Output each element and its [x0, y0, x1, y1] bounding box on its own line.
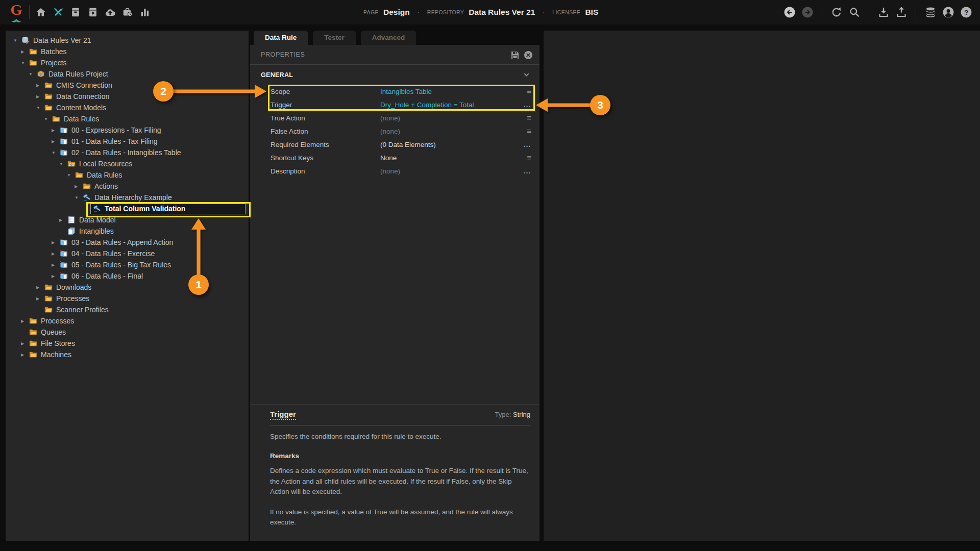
property-value[interactable]: (0 Data Elements)	[380, 141, 517, 148]
home-icon[interactable]	[34, 5, 47, 20]
tree-item-data-rules-project[interactable]: ▼Data Rules Project	[10, 68, 249, 80]
search-icon[interactable]	[848, 6, 861, 19]
forward-icon[interactable]	[801, 6, 814, 19]
tools-icon[interactable]	[51, 5, 65, 20]
property-row-description[interactable]: Description(none)…	[250, 164, 540, 178]
expander-closed-icon[interactable]: ▶	[52, 252, 60, 256]
ellipsis-icon[interactable]: …	[517, 167, 540, 175]
menu-icon[interactable]: ≡	[517, 154, 540, 162]
tree-item-02-data-rules-intangibles-table[interactable]: ▼02 - Data Rules - Intangibles Table	[10, 147, 249, 158]
expander-open-icon[interactable]: ▼	[67, 173, 75, 178]
tree-item-intangibles[interactable]: Intangibles	[10, 226, 249, 237]
menu-icon[interactable]: ≡	[517, 128, 540, 135]
tree-item-actions[interactable]: ▶Actions	[10, 181, 249, 192]
expander-closed-icon[interactable]: ▶	[52, 263, 60, 267]
menu-icon[interactable]: ≡	[517, 88, 540, 95]
tasks-icon[interactable]	[86, 5, 100, 20]
expander-closed-icon[interactable]: ▶	[75, 184, 83, 189]
tree-item-scanner-profiles[interactable]: Scanner Profiles	[10, 304, 249, 315]
tree-item-content-models[interactable]: ▼Content Models	[10, 102, 249, 113]
property-value[interactable]: (none)	[380, 114, 517, 122]
tab-advanced[interactable]: Advanced	[361, 31, 416, 45]
tree-item-queues[interactable]: Queues	[10, 327, 249, 338]
ellipsis-icon[interactable]: …	[517, 101, 540, 109]
tree-item-data-hierarchy-example[interactable]: ▼Data Hierarchy Example	[10, 192, 249, 203]
expander-closed-icon[interactable]: ▶	[52, 274, 60, 279]
expander-closed-icon[interactable]: ▶	[59, 218, 67, 222]
tree-item-batches[interactable]: ▶Batches	[10, 46, 249, 57]
property-row-false-action[interactable]: False Action(none)≡	[250, 124, 540, 138]
tree-item-03-data-rules-append-action[interactable]: ▶03 - Data Rules - Append Action	[10, 237, 249, 248]
expander-closed-icon[interactable]: ▶	[21, 319, 29, 323]
close-icon[interactable]	[524, 51, 533, 60]
tree-item-data-model[interactable]: ▶Data Model	[10, 214, 249, 226]
save-icon[interactable]	[510, 51, 520, 60]
tree-item-local-resources[interactable]: ▼Local Resources	[10, 158, 249, 169]
property-group-general[interactable]: GENERAL	[250, 65, 540, 85]
download-icon[interactable]	[877, 6, 890, 19]
tree-item-file-stores[interactable]: ▶File Stores	[10, 338, 249, 349]
expander-closed-icon[interactable]: ▶	[21, 341, 29, 346]
tree-item-machines[interactable]: ▶Machines	[10, 349, 249, 360]
tree-item-01-data-rules-tax-filing[interactable]: ▶01 - Data Rules - Tax Filing	[10, 136, 249, 147]
tree-item-cmis-connection[interactable]: ▶CMIS Connection	[10, 80, 249, 91]
expander-closed-icon[interactable]: ▶	[36, 83, 44, 88]
tree-item-data-rules[interactable]: ▼Data Rules	[10, 169, 249, 181]
property-row-scope[interactable]: ScopeIntangibles Table≡	[250, 85, 540, 98]
cloud-upload-icon[interactable]	[103, 5, 117, 20]
property-value[interactable]: Intangibles Table	[380, 88, 517, 95]
tree-item-06-data-rules-final[interactable]: ▶06 - Data Rules - Final	[10, 270, 249, 282]
menu-icon[interactable]: ≡	[517, 114, 540, 122]
tree-item-data-rules-ver-21[interactable]: ▼Data Rules Ver 21	[10, 35, 249, 46]
help-icon[interactable]: ?	[960, 6, 973, 19]
expander-closed-icon[interactable]: ▶	[52, 139, 60, 144]
account-icon[interactable]	[942, 6, 955, 19]
refresh-icon[interactable]	[830, 6, 843, 19]
expander-closed-icon[interactable]: ▶	[21, 49, 29, 54]
tree-item-05-data-rules-big-tax-rules[interactable]: ▶05 - Data Rules - Big Tax Rules	[10, 259, 249, 270]
property-row-required-elements[interactable]: Required Elements(0 Data Elements)…	[250, 138, 540, 151]
licensee-value: BIS	[585, 8, 598, 17]
property-value[interactable]: (none)	[380, 128, 517, 135]
expander-open-icon[interactable]: ▼	[44, 117, 52, 121]
database-icon[interactable]	[924, 6, 937, 19]
expander-closed-icon[interactable]: ▶	[36, 285, 44, 290]
chevron-down-icon[interactable]	[523, 71, 530, 79]
selected-node-highlight[interactable]: Total Column Validation	[90, 204, 246, 214]
upload-icon[interactable]	[895, 6, 908, 19]
property-value[interactable]: None	[380, 154, 517, 162]
tab-tester[interactable]: Tester	[313, 31, 356, 45]
stats-icon[interactable]	[138, 5, 152, 20]
tree-item-processes[interactable]: ▶Processes	[10, 315, 249, 327]
expander-closed-icon[interactable]: ▶	[36, 296, 44, 301]
property-row-true-action[interactable]: True Action(none)≡	[250, 111, 540, 124]
expander-closed-icon[interactable]: ▶	[21, 353, 29, 357]
expander-open-icon[interactable]: ▼	[36, 106, 44, 110]
expander-closed-icon[interactable]: ▶	[52, 240, 60, 245]
property-row-trigger[interactable]: TriggerDry_Hole + Completion = Total…	[250, 98, 540, 111]
tree-item-downloads[interactable]: ▶Downloads	[10, 282, 249, 293]
jobs-icon[interactable]	[120, 5, 134, 20]
tree-item-projects[interactable]: ▼Projects	[10, 57, 249, 68]
batches-icon[interactable]	[68, 5, 82, 20]
tree-item-processes[interactable]: ▶Processes	[10, 293, 249, 304]
ellipsis-icon[interactable]: …	[517, 141, 540, 148]
expander-closed-icon[interactable]: ▶	[36, 94, 44, 99]
expander-open-icon[interactable]: ▼	[52, 151, 60, 155]
expander-open-icon[interactable]: ▼	[59, 162, 67, 166]
expander-open-icon[interactable]: ▼	[21, 61, 29, 65]
tree-item-data-connection[interactable]: ▶Data Connection	[10, 91, 249, 102]
expander-open-icon[interactable]: ▼	[75, 195, 83, 200]
tree-item-04-data-rules-exercise[interactable]: ▶04 - Data Rules - Exercise	[10, 248, 249, 259]
tree-item-total-column-validation[interactable]: Total Column Validation	[10, 203, 249, 214]
tree-item-00-expressions-tax-filing[interactable]: ▶00 - Expressions - Tax Filing	[10, 124, 249, 136]
expander-open-icon[interactable]: ▼	[13, 38, 21, 43]
tab-data-rule[interactable]: Data Rule	[254, 31, 308, 45]
property-value[interactable]: (none)	[380, 167, 517, 175]
tree-item-data-rules[interactable]: ▼Data Rules	[10, 113, 249, 124]
expander-closed-icon[interactable]: ▶	[52, 128, 60, 133]
property-row-shortcut-keys[interactable]: Shortcut KeysNone≡	[250, 151, 540, 164]
expander-open-icon[interactable]: ▼	[29, 72, 37, 77]
property-value[interactable]: Dry_Hole + Completion = Total	[380, 101, 517, 109]
back-icon[interactable]	[783, 6, 796, 19]
